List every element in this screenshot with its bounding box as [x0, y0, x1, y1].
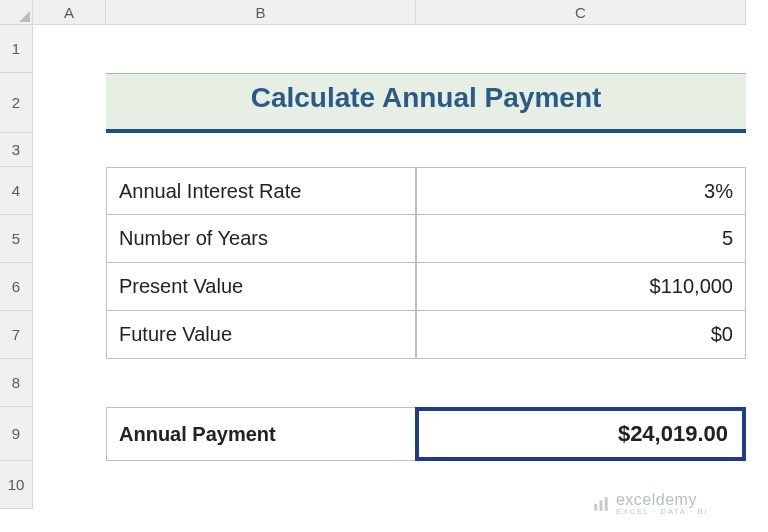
row-header-8[interactable]: 8 — [0, 359, 33, 407]
cell-C9-result-value[interactable]: $24,019.00 — [415, 407, 746, 461]
cell-C5-years-value[interactable]: 5 — [416, 214, 746, 263]
cell-B7-fv-label[interactable]: Future Value — [106, 310, 416, 359]
watermark: exceldemy EXCEL · DATA · BI — [592, 492, 708, 516]
row-header-1[interactable]: 1 — [0, 25, 33, 73]
watermark-name: exceldemy — [616, 492, 708, 508]
cells-col-A[interactable] — [33, 25, 106, 509]
select-all-corner[interactable] — [0, 0, 33, 25]
col-header-A[interactable]: A — [33, 0, 106, 25]
row-header-5[interactable]: 5 — [0, 215, 33, 263]
value-rate: 3% — [704, 180, 733, 203]
row-header-10[interactable]: 10 — [0, 461, 33, 509]
row-header-9[interactable]: 9 — [0, 407, 33, 461]
watermark-tagline: EXCEL · DATA · BI — [616, 508, 708, 516]
row-header-3[interactable]: 3 — [0, 133, 33, 167]
spreadsheet-grid: A B C 1 2 3 4 5 6 7 8 9 10 Calculate Ann… — [0, 0, 768, 509]
svg-rect-1 — [599, 500, 602, 511]
cell-B8C8[interactable] — [106, 359, 746, 407]
row-header-6[interactable]: 6 — [0, 263, 33, 311]
cell-B1C1[interactable] — [106, 25, 746, 73]
value-pv: $110,000 — [650, 275, 733, 298]
row-header-2[interactable]: 2 — [0, 73, 33, 133]
value-years: 5 — [722, 227, 733, 250]
cell-B9-result-label[interactable]: Annual Payment — [106, 407, 416, 461]
label-pv: Present Value — [119, 275, 243, 298]
label-result: Annual Payment — [119, 423, 276, 446]
page-title[interactable]: Calculate Annual Payment — [106, 73, 746, 133]
value-fv: $0 — [711, 323, 733, 346]
value-result: $24,019.00 — [618, 421, 728, 447]
label-years: Number of Years — [119, 227, 268, 250]
cell-B3C3[interactable] — [106, 133, 746, 167]
title-text: Calculate Annual Payment — [251, 82, 602, 114]
svg-rect-0 — [594, 504, 597, 511]
col-header-B[interactable]: B — [106, 0, 416, 25]
label-fv: Future Value — [119, 323, 232, 346]
col-header-C[interactable]: C — [416, 0, 746, 25]
cell-B5-years-label[interactable]: Number of Years — [106, 214, 416, 263]
cell-B6-pv-label[interactable]: Present Value — [106, 262, 416, 311]
chart-icon — [592, 495, 610, 513]
row-header-7[interactable]: 7 — [0, 311, 33, 359]
cell-B4-rate-label[interactable]: Annual Interest Rate — [106, 167, 416, 215]
cell-C6-pv-value[interactable]: $110,000 — [416, 262, 746, 311]
label-rate: Annual Interest Rate — [119, 180, 301, 203]
row-header-4[interactable]: 4 — [0, 167, 33, 215]
cell-C7-fv-value[interactable]: $0 — [416, 310, 746, 359]
cell-C4-rate-value[interactable]: 3% — [416, 167, 746, 215]
svg-rect-2 — [605, 497, 608, 511]
